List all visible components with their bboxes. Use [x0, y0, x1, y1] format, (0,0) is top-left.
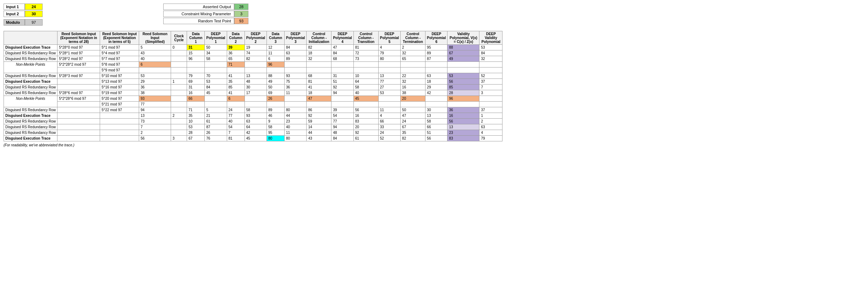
cell: 48	[331, 130, 353, 136]
cell: 39	[331, 107, 353, 113]
col-header-2: Reed Solomon Input(Exponent Notation in …	[100, 31, 139, 45]
cell: 93	[245, 113, 267, 119]
cell: 22	[401, 73, 425, 79]
cell	[479, 96, 502, 102]
cell	[307, 62, 331, 67]
cell: 5^9 mod 97	[100, 67, 139, 73]
cell: 41	[307, 85, 331, 90]
cell: 63	[285, 50, 307, 56]
cell	[100, 124, 139, 130]
table-row: Disguised RS Redundancy Row 73 10 61 40 …	[4, 119, 502, 124]
cell	[205, 62, 227, 67]
cell: 6	[139, 62, 171, 67]
cell: 64	[245, 124, 267, 130]
cell	[171, 102, 187, 107]
cell: 39	[227, 45, 245, 50]
cell: 80	[267, 136, 285, 141]
modulo-value: 97	[25, 19, 43, 26]
random-value: 93	[234, 18, 248, 24]
cell: 52	[479, 73, 502, 79]
cell: 61	[353, 136, 378, 141]
cell: 69	[187, 79, 205, 85]
cell: 87	[425, 56, 447, 62]
cell: 54	[227, 124, 245, 130]
cell: 5^1 mod 97	[100, 45, 139, 50]
cell: 61	[205, 119, 227, 124]
cell	[171, 56, 187, 62]
cell: 94	[331, 90, 353, 96]
asserted-value: 28	[234, 4, 248, 10]
cell: 47	[401, 113, 425, 119]
cell: 16	[353, 113, 378, 119]
cell: 13	[425, 113, 447, 119]
cell: 56	[447, 79, 479, 85]
cell	[307, 67, 331, 73]
row-label: Disguised Execution Trace	[4, 79, 57, 85]
cell	[401, 67, 425, 73]
cell: 68	[307, 73, 331, 79]
cell: 5*2*28^2 mod 97	[57, 62, 100, 67]
cell	[245, 96, 267, 102]
cell: 5^19 mod 97	[100, 90, 139, 96]
cell	[425, 67, 447, 73]
cell	[378, 62, 400, 67]
cell: 31	[331, 73, 353, 79]
cell: 27	[378, 85, 400, 90]
cell: 5^16 mod 97	[100, 85, 139, 90]
col-header-14: DEEP Polynomial 5	[378, 31, 400, 45]
cell: 84	[331, 136, 353, 141]
cell: 13	[139, 113, 171, 119]
cell: 80	[285, 136, 307, 141]
cell: 2	[171, 113, 187, 119]
cell: 2	[479, 119, 502, 124]
cell	[479, 102, 502, 107]
col-header-8: DEEP Polynomial 2	[245, 31, 267, 45]
cell	[139, 67, 171, 73]
cell: 52	[378, 136, 400, 141]
cell	[479, 62, 502, 67]
cell: 58	[353, 85, 378, 90]
col-header-11: Control Column - Initialization	[307, 31, 331, 45]
cell: 84	[285, 45, 307, 50]
cell: 20	[401, 96, 425, 102]
cell: 5*28^1 mod 97	[57, 50, 100, 56]
row-label: Disguised RS Redundancy Row	[4, 56, 57, 62]
cell: 42	[245, 130, 267, 136]
cell: 73	[139, 119, 171, 124]
input2-label: Input 2	[4, 11, 25, 17]
cell: 42	[425, 90, 447, 96]
cell: 58	[267, 124, 285, 130]
cell: 23	[447, 130, 479, 136]
cell: 12	[267, 45, 285, 50]
cell: 65	[227, 56, 245, 62]
cell: 38	[401, 90, 425, 96]
cell: 21	[205, 113, 227, 119]
cell	[57, 136, 100, 141]
cell	[245, 67, 267, 73]
cell: 96	[447, 96, 479, 102]
cell: 23	[285, 119, 307, 124]
row-label: Disguised RS Redundancy Row	[4, 73, 57, 79]
col-header-1: Reed Solomon Input(Exponent Notation in …	[57, 31, 100, 45]
cell	[171, 73, 187, 79]
cell: 37	[479, 107, 502, 113]
cell: 32	[401, 50, 425, 56]
cell: 88	[267, 73, 285, 79]
row-label: Disguised RS Redundancy Row	[4, 124, 57, 130]
cell: 36	[447, 107, 479, 113]
row-label: Disguised RS Redundancy Row	[4, 85, 57, 90]
cell: 67	[401, 124, 425, 130]
cell: 40	[285, 124, 307, 130]
cell: 53	[479, 45, 502, 50]
table-row: 5^21 mod 97 77	[4, 102, 502, 107]
cell	[171, 90, 187, 96]
cell: 24	[378, 130, 400, 136]
cell: 83	[447, 136, 479, 141]
cell: 45	[245, 136, 267, 141]
cell	[57, 79, 100, 85]
random-label: Random Test Point	[163, 18, 234, 24]
cell	[171, 119, 187, 124]
col-header-4: Clock Cycle	[171, 31, 187, 45]
cell: 53	[378, 90, 400, 96]
cell	[267, 102, 285, 107]
